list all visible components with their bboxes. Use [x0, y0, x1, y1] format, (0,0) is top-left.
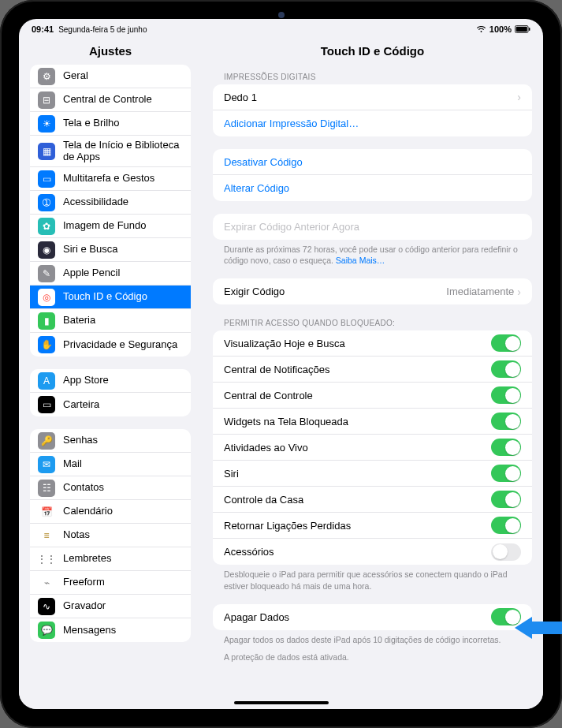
sidebar-item-label: Acessibilidade: [63, 196, 183, 208]
locked-access-toggle[interactable]: [491, 543, 521, 561]
status-time: 09:41: [32, 24, 54, 34]
add-fingerprint-link: Adicionar Impressão Digital…: [224, 118, 359, 129]
setting-icon: ✎: [38, 265, 55, 282]
sidebar-item-label: Multitarefa e Gestos: [63, 173, 183, 185]
sidebar-title: Ajustes: [19, 44, 202, 58]
sidebar-item[interactable]: AApp Store: [30, 369, 191, 393]
sidebar-item[interactable]: ⌁Freeform: [30, 571, 191, 595]
locked-access-toggle[interactable]: [491, 334, 521, 352]
expire-previous-row[interactable]: Expirar Código Anterior Agora: [213, 214, 532, 240]
sidebar-item[interactable]: ▮Bateria: [30, 309, 191, 333]
locked-access-row[interactable]: Atividades ao Vivo: [213, 435, 532, 461]
sidebar-item-label: Gravador: [63, 600, 183, 612]
locked-access-row[interactable]: Retornar Ligações Perdidas: [213, 513, 532, 539]
expire-footer: Durante as próximas 72 horas, você pode …: [213, 240, 532, 266]
locked-access-row[interactable]: Central de Notificações: [213, 357, 532, 383]
locked-access-toggle[interactable]: [491, 491, 521, 508]
sidebar-item-label: Apple Pencil: [63, 267, 183, 279]
setting-icon: ➀: [38, 194, 55, 211]
turn-off-passcode-row[interactable]: Desativar Código: [213, 149, 532, 175]
learn-more-link[interactable]: Saiba Mais…: [336, 256, 385, 265]
require-passcode-label: Exigir Código: [224, 286, 446, 297]
sidebar-item-label: Privacidade e Segurança: [63, 339, 183, 351]
setting-icon: ▭: [38, 170, 55, 188]
sidebar-item[interactable]: ✋Privacidade e Segurança: [30, 333, 191, 357]
sidebar-item[interactable]: ☀Tela e Brilho: [30, 112, 191, 136]
setting-icon: ∿: [38, 598, 55, 615]
sidebar-item[interactable]: ▭Multitarefa e Gestos: [30, 167, 191, 191]
locked-access-toggle[interactable]: [491, 465, 521, 482]
detail-pane[interactable]: IMPRESSÕES DIGITAIS Dedo 1 › Adicionar I…: [202, 65, 543, 709]
add-fingerprint-row[interactable]: Adicionar Impressão Digital…: [213, 110, 532, 136]
sidebar-item[interactable]: ➀Acessibilidade: [30, 191, 191, 215]
erase-data-row[interactable]: Apagar Dados: [213, 604, 532, 630]
locked-access-toggle[interactable]: [491, 439, 521, 456]
setting-icon: 💬: [38, 622, 55, 639]
sidebar-item-label: Notas: [63, 529, 183, 541]
sidebar-item[interactable]: ▦Tela de Início e Biblioteca de Apps: [30, 136, 191, 167]
locked-access-row[interactable]: Widgets na Tela Bloqueada: [213, 409, 532, 435]
sidebar-item[interactable]: 💬Mensagens: [30, 618, 191, 642]
sidebar-item-label: Tela de Início e Biblioteca de Apps: [63, 140, 183, 163]
sidebar-item[interactable]: ◎Touch ID e Código: [30, 286, 191, 309]
sidebar-item-label: Bateria: [63, 315, 183, 327]
sidebar-item[interactable]: 📅Calendário: [30, 500, 191, 524]
sidebar-item[interactable]: ✎Apple Pencil: [30, 262, 191, 286]
sidebar-item[interactable]: ☷Contatos: [30, 476, 191, 500]
require-passcode-row[interactable]: Exigir Código Imediatamente ›: [213, 278, 532, 304]
battery-icon: [515, 25, 530, 33]
locked-access-label: Visualização Hoje e Busca: [224, 338, 491, 349]
sidebar-item-label: Touch ID e Código: [63, 291, 183, 303]
setting-icon: ✉: [38, 456, 55, 473]
setting-icon: 📅: [38, 503, 55, 521]
locked-access-row[interactable]: Visualização Hoje e Busca: [213, 330, 532, 357]
chevron-right-icon: ›: [517, 286, 521, 298]
locked-access-label: Central de Notificações: [224, 364, 491, 375]
setting-icon: ☀: [38, 115, 55, 133]
status-date: Segunda-feira 5 de junho: [58, 25, 147, 34]
erase-data-label: Apagar Dados: [224, 611, 491, 623]
locked-access-row[interactable]: Siri: [213, 461, 532, 487]
sidebar-item[interactable]: ✉Mail: [30, 453, 191, 476]
sidebar-item[interactable]: ✿Imagem de Fundo: [30, 215, 191, 238]
setting-icon: A: [38, 372, 55, 390]
settings-sidebar[interactable]: ⚙︎Geral⊟Central de Controle☀Tela e Brilh…: [19, 65, 202, 709]
sidebar-item[interactable]: ⋮⋮Lembretes: [30, 547, 191, 571]
setting-icon: ≡: [38, 527, 55, 544]
locked-access-toggle[interactable]: [491, 517, 521, 534]
setting-icon: ◎: [38, 289, 55, 306]
change-passcode-link: Alterar Código: [224, 182, 289, 194]
locked-access-label: Retornar Ligações Perdidas: [224, 520, 491, 532]
callout-arrow: [515, 617, 562, 639]
fingerprint-label: Dedo 1: [224, 91, 517, 103]
setting-icon: ▭: [38, 396, 55, 413]
locked-access-label: Acessórios: [224, 546, 491, 558]
locked-access-label: Central de Controle: [224, 390, 491, 401]
erase-footer-2: A proteção de dados está ativada.: [213, 645, 532, 663]
sidebar-item-label: Mensagens: [63, 625, 183, 637]
setting-icon: ✿: [38, 218, 55, 235]
sidebar-item[interactable]: ◉Siri e Busca: [30, 238, 191, 262]
erase-footer-1: Apagar todos os dados deste iPad após 10…: [213, 630, 532, 645]
battery-percent: 100%: [489, 24, 512, 34]
locked-access-toggle[interactable]: [491, 413, 521, 430]
locked-access-row[interactable]: Central de Controle: [213, 383, 532, 409]
sidebar-item[interactable]: ▭Carteira: [30, 393, 191, 416]
sidebar-item[interactable]: ⚙︎Geral: [30, 65, 191, 88]
change-passcode-row[interactable]: Alterar Código: [213, 175, 532, 201]
turn-off-passcode-link: Desativar Código: [224, 156, 303, 168]
sidebar-item[interactable]: ≡Notas: [30, 524, 191, 547]
front-camera: [278, 12, 285, 18]
locked-access-row[interactable]: Acessórios: [213, 539, 532, 565]
sidebar-item[interactable]: 🔑Senhas: [30, 429, 191, 453]
allow-when-locked-header: PERMITIR ACESSO QUANDO BLOQUEADO:: [213, 304, 532, 330]
locked-access-toggle[interactable]: [491, 386, 521, 404]
fingerprint-row[interactable]: Dedo 1 ›: [213, 84, 532, 110]
sidebar-item[interactable]: ⊟Central de Controle: [30, 88, 191, 112]
locked-access-toggle[interactable]: [491, 360, 521, 378]
sidebar-item[interactable]: ∿Gravador: [30, 595, 191, 618]
setting-icon: ☷: [38, 480, 55, 497]
home-indicator[interactable]: [234, 701, 329, 704]
locked-access-row[interactable]: Controle da Casa: [213, 487, 532, 513]
sidebar-item-label: Calendário: [63, 506, 183, 517]
